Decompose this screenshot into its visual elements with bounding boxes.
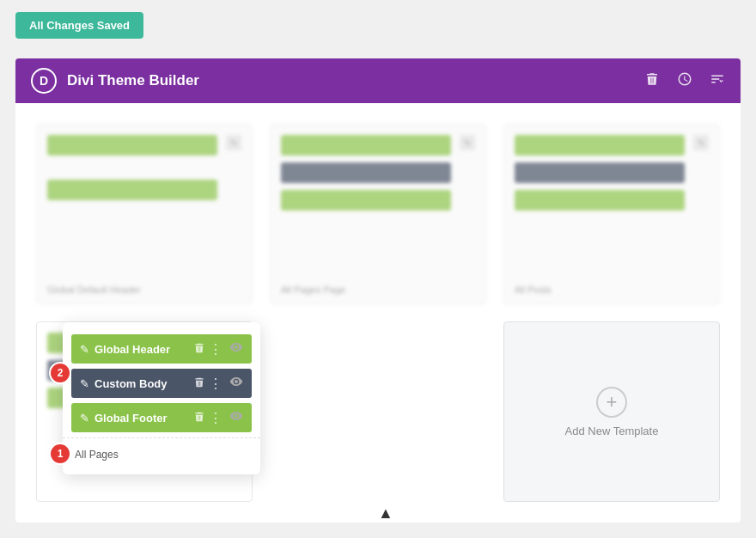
card-row-dark-1 [281,162,451,183]
card-row-green-1 [47,135,217,156]
card-row-green-2 [47,180,217,200]
divi-logo: D [31,68,57,94]
eye-custom-body[interactable] [229,375,243,392]
popup-panel: ✎ Global Header ⋮ ✎ Custom Body ⋮ [63,322,260,474]
sort-icon[interactable] [710,71,725,91]
template-card-1: ✎ Global Default Header [36,124,253,304]
more-global-header[interactable]: ⋮ [207,341,224,358]
header-actions [644,71,725,91]
edit-icon-global-header: ✎ [80,343,89,356]
save-button[interactable]: All Changes Saved [15,12,143,39]
add-new-template-card[interactable]: + Add New Template [503,321,720,502]
global-header-label: Global Header [94,343,192,356]
card-label-2: All Pages Page [281,284,345,295]
edit-icon-custom-body: ✎ [80,377,89,390]
popup-footer-label: All Pages [63,442,260,468]
add-new-icon: + [596,387,627,418]
more-custom-body[interactable]: ⋮ [207,376,224,392]
add-new-label: Add New Template [565,425,659,437]
card-row-green-4 [281,190,451,211]
edit-icon-global-footer: ✎ [80,412,89,425]
empty-cell [270,321,486,502]
card-row-dark-2 [515,162,685,183]
template-card-active: 1 2 ✎ Global Header ⋮ ✎ Custom Body [36,321,253,502]
card-label-3: All Posts [515,284,552,295]
popup-row-global-footer: ✎ Global Footer ⋮ [71,403,252,432]
popup-divider [63,437,260,438]
badge-2: 2 [49,362,71,384]
card-edit-icon-3: ✎ [693,135,709,150]
eye-global-footer[interactable] [229,409,243,426]
card-edit-icon-1: ✎ [226,135,241,150]
trash-icon[interactable] [644,71,660,91]
trash-global-footer[interactable] [192,411,207,425]
global-footer-label: Global Footer [94,412,192,425]
popup-row-custom-body: ✎ Custom Body ⋮ [71,369,252,398]
badge-1: 1 [49,443,71,465]
custom-body-label: Custom Body [94,377,192,390]
card-edit-icon-2: ✎ [460,135,475,150]
theme-builder-header: D Divi Theme Builder [15,58,741,103]
card-label-1: Global Default Header [47,284,141,295]
more-global-footer[interactable]: ⋮ [207,410,224,426]
trash-global-header[interactable] [192,342,207,357]
templates-grid: ✎ Global Default Header ✎ All Pages Page… [15,103,741,523]
card-row-green-6 [515,190,685,211]
template-card-3: ✎ All Posts [503,124,720,304]
history-icon[interactable] [677,71,692,91]
template-card-2: ✎ All Pages Page [270,124,486,304]
card-row-green-5 [515,135,685,156]
card-row-green-3 [281,135,451,156]
header-title: Divi Theme Builder [67,72,644,89]
trash-custom-body[interactable] [192,376,207,391]
popup-row-global-header: ✎ Global Header ⋮ [71,334,252,364]
eye-global-header[interactable] [229,340,243,358]
